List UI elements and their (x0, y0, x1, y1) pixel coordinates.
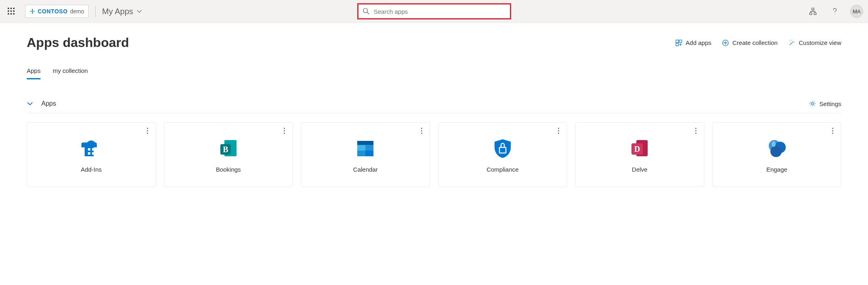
svg-point-32 (284, 128, 285, 129)
svg-point-64 (770, 146, 782, 157)
app-tile-compliance[interactable]: Compliance (438, 122, 567, 187)
svg-rect-29 (92, 148, 94, 151)
chevron-down-icon (136, 9, 142, 14)
section-collapse-icon[interactable] (27, 100, 33, 107)
customize-view-label: Customize view (799, 39, 841, 46)
context-switcher[interactable]: My Apps (102, 7, 142, 16)
svg-rect-47 (365, 151, 373, 156)
svg-point-60 (832, 130, 834, 132)
app-name-label: Engage (766, 166, 787, 173)
app-tile-calendar[interactable]: Calendar (301, 122, 430, 187)
app-name-label: Compliance (486, 166, 518, 173)
customize-view-button[interactable]: Customize view (788, 39, 841, 47)
svg-text:D: D (634, 145, 640, 153)
svg-point-41 (421, 133, 422, 134)
svg-rect-3 (8, 11, 9, 12)
brand-name: CONTOSO (38, 8, 68, 15)
svg-rect-6 (8, 13, 9, 15)
create-collection-button[interactable]: Create collection (722, 39, 778, 47)
app-name-label: Delve (632, 166, 647, 173)
svg-point-40 (421, 130, 422, 132)
gear-icon (809, 100, 816, 107)
app-tile-menu-icon[interactable] (554, 127, 563, 135)
compliance-icon (491, 137, 514, 160)
svg-rect-14 (810, 13, 812, 15)
bookings-icon: B (217, 137, 240, 160)
svg-point-26 (147, 130, 148, 132)
svg-rect-43 (357, 141, 373, 145)
svg-rect-17 (676, 40, 678, 42)
svg-rect-8 (13, 13, 15, 15)
brand-badge: CONTOSO demo (25, 5, 89, 18)
svg-rect-1 (11, 8, 12, 9)
svg-line-12 (367, 13, 369, 15)
svg-point-27 (147, 133, 148, 134)
search-icon (363, 8, 370, 15)
search-input[interactable] (374, 8, 506, 15)
svg-rect-28 (88, 148, 90, 151)
delve-icon: D (628, 137, 651, 160)
svg-point-61 (832, 133, 834, 134)
app-tile-add-ins[interactable]: Add-Ins (27, 122, 156, 187)
svg-point-59 (832, 128, 834, 129)
page-actions: Add apps Create collection (675, 39, 841, 47)
svg-rect-7 (11, 13, 12, 15)
search-box[interactable] (357, 3, 511, 19)
title-row: Apps dashboard Add apps Cr (27, 35, 841, 50)
svg-rect-31 (92, 152, 94, 155)
svg-rect-2 (13, 8, 15, 9)
app-header: CONTOSO demo My Apps M (0, 0, 868, 23)
avatar-initials: MA (853, 9, 861, 15)
svg-point-49 (558, 130, 559, 132)
svg-rect-18 (679, 40, 682, 42)
app-tile-engage[interactable]: Engage (712, 122, 842, 187)
tabs: Appsmy collection (27, 67, 841, 80)
svg-point-11 (363, 9, 367, 13)
add-apps-icon (675, 39, 682, 47)
svg-point-50 (558, 133, 559, 134)
app-name-label: Bookings (216, 166, 241, 173)
app-name-label: Add-Ins (81, 166, 102, 173)
tab-apps[interactable]: Apps (27, 67, 41, 79)
app-tile-delve[interactable]: D Delve (575, 122, 704, 187)
svg-point-54 (695, 133, 696, 134)
svg-rect-46 (357, 151, 365, 156)
page-title: Apps dashboard (27, 35, 129, 50)
svg-point-52 (695, 128, 696, 129)
svg-rect-30 (88, 152, 90, 155)
add-apps-label: Add apps (686, 39, 711, 46)
svg-point-34 (284, 133, 285, 134)
svg-rect-45 (365, 145, 373, 151)
svg-point-39 (421, 128, 422, 129)
app-tile-menu-icon[interactable] (418, 127, 426, 135)
add-apps-button[interactable]: Add apps (675, 39, 711, 47)
svg-text:B: B (223, 145, 228, 154)
app-tile-menu-icon[interactable] (280, 127, 288, 135)
create-collection-label: Create collection (732, 39, 778, 46)
section-head: Apps Settings (27, 100, 841, 113)
svg-point-33 (284, 130, 285, 132)
svg-point-21 (790, 40, 790, 40)
svg-point-23 (794, 42, 794, 42)
app-launcher-icon[interactable] (5, 5, 18, 18)
tab-my-collection[interactable]: my collection (53, 67, 88, 79)
header-divider (95, 6, 96, 17)
svg-point-22 (791, 40, 792, 40)
main-content: Apps dashboard Add apps Cr (0, 23, 868, 203)
section-settings-button[interactable]: Settings (809, 100, 841, 107)
app-tile-menu-icon[interactable] (143, 127, 151, 135)
svg-point-24 (811, 102, 813, 104)
plus-circle-icon (722, 39, 729, 47)
avatar[interactable]: MA (850, 5, 863, 18)
context-label: My Apps (102, 7, 133, 16)
help-icon[interactable] (828, 5, 841, 18)
brand-suffix: demo (70, 8, 84, 15)
brand-logo-icon (30, 9, 35, 14)
app-tile-menu-icon[interactable] (692, 127, 700, 135)
svg-point-48 (558, 128, 559, 129)
org-tree-icon[interactable] (806, 5, 819, 18)
app-tile-menu-icon[interactable] (829, 127, 837, 135)
wand-icon (788, 39, 795, 47)
svg-point-53 (695, 130, 696, 132)
app-tile-bookings[interactable]: B Bookings (164, 122, 293, 187)
